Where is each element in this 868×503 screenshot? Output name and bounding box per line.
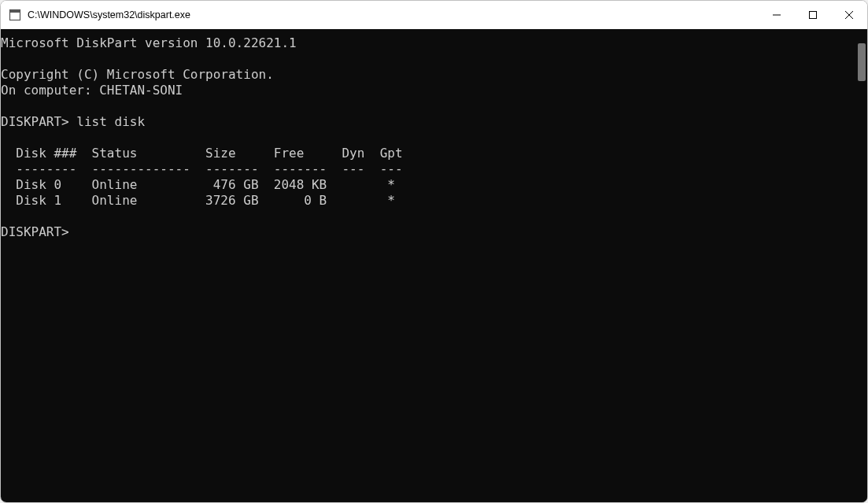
terminal-line: Disk 1 Online 3726 GB 0 B * — [1, 193, 395, 208]
app-window: C:\WINDOWS\system32\diskpart.exe Microso… — [0, 0, 868, 503]
titlebar[interactable]: C:\WINDOWS\system32\diskpart.exe — [1, 1, 867, 29]
terminal-line: Disk 0 Online 476 GB 2048 KB * — [1, 177, 395, 192]
terminal-line: DISKPART> — [1, 224, 69, 239]
terminal-line: On computer: CHETAN-SONI — [1, 83, 183, 98]
close-button[interactable] — [831, 1, 867, 29]
terminal-area[interactable]: Microsoft DiskPart version 10.0.22621.1 … — [1, 29, 867, 502]
terminal-line: -------- ------------- ------- ------- -… — [1, 161, 403, 176]
maximize-button[interactable] — [795, 1, 831, 29]
terminal-line: Copyright (C) Microsoft Corporation. — [1, 67, 274, 82]
svg-rect-1 — [10, 10, 20, 13]
window-controls — [759, 1, 867, 29]
terminal-content: Microsoft DiskPart version 10.0.22621.1 … — [1, 29, 867, 240]
terminal-line: Disk ### Status Size Free Dyn Gpt — [1, 146, 403, 161]
terminal-line: DISKPART> list disk — [1, 114, 145, 129]
window-title: C:\WINDOWS\system32\diskpart.exe — [28, 9, 759, 20]
scrollbar-thumb[interactable] — [858, 43, 866, 81]
terminal-line: Microsoft DiskPart version 10.0.22621.1 — [1, 35, 297, 50]
svg-rect-3 — [810, 12, 817, 19]
app-icon — [9, 9, 21, 21]
scrollbar-track[interactable] — [856, 29, 867, 502]
minimize-button[interactable] — [759, 1, 795, 29]
